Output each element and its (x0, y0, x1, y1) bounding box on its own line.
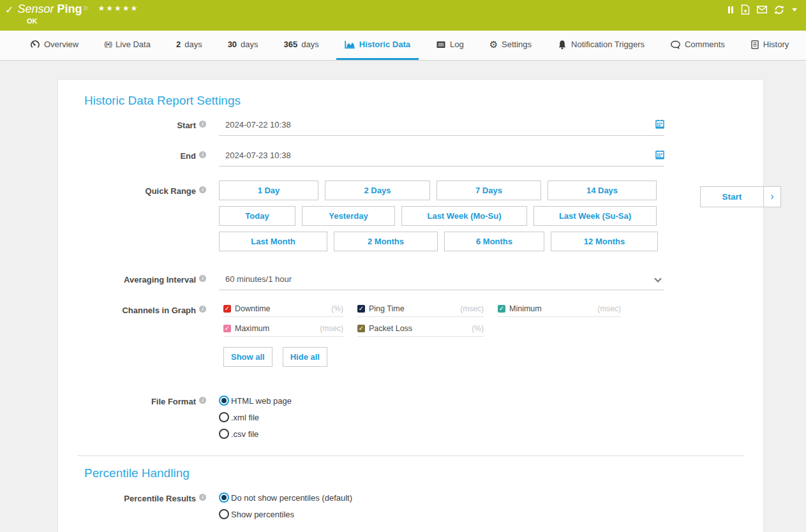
percentile-option[interactable]: Show percentiles (219, 509, 664, 519)
tab-label: Log (450, 40, 464, 49)
section-title-report-settings: Historic Data Report Settings (84, 94, 744, 108)
radio-button[interactable] (219, 395, 229, 406)
quick-range-button[interactable]: 14 Days (548, 181, 657, 200)
info-icon[interactable]: i (199, 494, 206, 501)
channel-unit: (msec) (320, 324, 343, 333)
tab-number: 2 (176, 40, 181, 49)
quick-range-label: Quick Range (146, 186, 196, 196)
quick-range-button[interactable]: 7 Days (437, 181, 541, 200)
tab-number: 365 (284, 40, 298, 49)
comment-bubble-icon (670, 40, 681, 50)
quick-range-button[interactable]: Last Week (Su-Sa) (534, 206, 657, 226)
channel-item[interactable]: ✓ Minimum (msec) (498, 304, 621, 317)
email-icon[interactable] (757, 6, 767, 13)
quick-range-button[interactable]: Last Month (219, 232, 327, 251)
chevron-down-icon (654, 275, 661, 282)
tab-label: days (184, 40, 202, 49)
gear-icon: ⚙ (489, 40, 498, 49)
tab-365-days[interactable]: 365 days (276, 31, 327, 60)
tab-label: Comments (685, 40, 725, 49)
sensor-title: SensorPing⚐ (17, 2, 89, 16)
hide-all-button[interactable]: Hide all (283, 347, 327, 367)
tab-label: Live Data (116, 40, 151, 49)
chevron-right-icon[interactable]: › (764, 186, 781, 207)
quick-range-button[interactable]: Yesterday (302, 206, 395, 226)
radio-label: .xml file (231, 413, 259, 422)
channel-unit: (%) (331, 304, 343, 313)
live-signal-icon: ((•)) (104, 41, 112, 48)
channel-checkbox[interactable]: ✓ (223, 325, 231, 332)
section-divider (77, 455, 744, 456)
end-date-input[interactable]: 2024-07-23 10:38 (219, 150, 664, 166)
tab-notification-triggers[interactable]: Notification Triggers (549, 31, 653, 60)
info-icon[interactable]: i (199, 275, 206, 282)
tab-live-data[interactable]: ((•)) Live Data (96, 31, 159, 60)
info-icon[interactable]: i (199, 121, 206, 128)
check-icon: ✓ (357, 325, 365, 332)
channel-checkbox[interactable]: ✓ (357, 305, 365, 313)
averaging-interval-value: 60 minutes/1 hour (225, 274, 292, 284)
channel-item[interactable]: ✓ Packet Loss (%) (357, 324, 484, 337)
calendar-icon[interactable] (655, 150, 664, 159)
tab-label: Notification Triggers (571, 40, 645, 49)
chevron-down-icon[interactable] (792, 8, 797, 11)
info-icon[interactable]: i (199, 306, 206, 313)
tab-comments[interactable]: Comments (662, 31, 733, 60)
info-icon[interactable]: i (199, 186, 206, 193)
channel-checkbox[interactable]: ✓ (357, 325, 365, 332)
tab-log[interactable]: Log (428, 31, 472, 60)
tab-label: days (241, 40, 258, 49)
channel-item[interactable]: ✓ Downtime (%) (223, 304, 343, 317)
pause-icon[interactable] (728, 6, 734, 13)
start-report-button[interactable]: Start (700, 186, 764, 207)
log-list-icon (436, 40, 446, 50)
quick-range-button[interactable]: Last Week (Mo-Su) (401, 206, 527, 226)
file-format-option[interactable]: .xml file (219, 412, 664, 422)
channel-checkbox[interactable]: ✓ (223, 305, 231, 313)
quick-range-button[interactable]: Today (219, 206, 295, 226)
channel-checkbox[interactable]: ✓ (498, 305, 505, 313)
channel-item[interactable]: ✓ Maximum (msec) (223, 324, 343, 337)
sensor-status-badge: OK (27, 17, 38, 25)
file-format-label: File Format (151, 397, 196, 406)
radio-button[interactable] (219, 509, 229, 519)
channel-item[interactable]: ✓ Ping Time (msec) (357, 304, 484, 317)
radio-button[interactable] (219, 412, 229, 422)
chart-icon (345, 40, 355, 49)
check-icon: ✓ (223, 305, 231, 313)
tab-historic-data[interactable]: Historic Data (336, 31, 419, 60)
info-icon[interactable]: i (199, 397, 206, 404)
channel-unit: (msec) (460, 304, 484, 313)
file-format-options: HTML web page .xml file .csv file (219, 395, 664, 439)
file-format-option[interactable]: .csv file (219, 429, 664, 439)
tab-overview[interactable]: Overview (22, 31, 87, 60)
refresh-icon[interactable] (774, 5, 784, 15)
file-format-option[interactable]: HTML web page (219, 395, 664, 406)
radio-button[interactable] (219, 492, 229, 503)
radio-button[interactable] (219, 429, 229, 439)
averaging-interval-select[interactable]: 60 minutes/1 hour (219, 274, 664, 290)
tab-label: History (763, 40, 789, 49)
radio-label: HTML web page (231, 396, 292, 406)
report-document-icon[interactable] (741, 4, 750, 15)
quick-range-button[interactable]: 1 Day (219, 181, 318, 200)
info-icon[interactable]: i (199, 151, 206, 158)
calendar-icon[interactable] (655, 119, 664, 129)
quick-range-button[interactable]: 6 Months (444, 232, 544, 251)
tab-settings[interactable]: ⚙ Settings (481, 31, 540, 60)
priority-stars[interactable]: ★★★★★ (98, 4, 138, 13)
tab-30-days[interactable]: 30 days (220, 31, 267, 60)
tab-2-days[interactable]: 2 days (168, 31, 211, 60)
quick-range-button[interactable]: 2 Months (334, 232, 438, 251)
quick-range-row-3: Last Month2 Months6 Months12 Months (219, 232, 664, 251)
tab-history[interactable]: History (742, 31, 797, 60)
tab-number: 30 (228, 40, 237, 49)
start-date-input[interactable]: 2024-07-22 10:38 (219, 119, 664, 136)
quick-range-button[interactable]: 2 Days (325, 181, 430, 200)
show-all-button[interactable]: Show all (223, 347, 272, 367)
quick-range-row-1: 1 Day2 Days7 Days14 Days (219, 181, 664, 200)
check-icon: ✓ (357, 305, 365, 313)
percentile-option[interactable]: Do not show percentiles (default) (219, 492, 664, 503)
channel-list: ✓ Downtime (%) ✓ Ping Time (msec) ✓ (223, 304, 664, 337)
quick-range-button[interactable]: 12 Months (551, 232, 658, 251)
